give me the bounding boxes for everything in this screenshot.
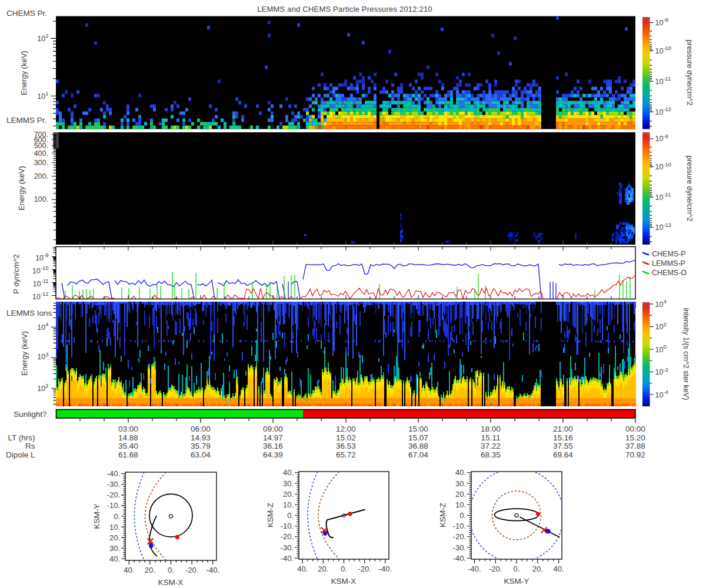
svg-text:68.35: 68.35 — [481, 450, 501, 459]
svg-text:21:00: 21:00 — [553, 425, 573, 433]
svg-text:CHEMS Pr.: CHEMS Pr. — [6, 9, 47, 18]
svg-text:KSM-Y: KSM-Y — [92, 504, 101, 529]
svg-text:LEMMS and CHEMS Particle Press: LEMMS and CHEMS Particle Pressures 2012:… — [257, 5, 432, 14]
svg-text:15.07: 15.07 — [408, 433, 428, 442]
svg-text:70.92: 70.92 — [625, 450, 645, 459]
svg-text:300.: 300. — [34, 159, 48, 167]
svg-text:-40.: -40. — [379, 564, 392, 573]
svg-text:-20.: -20. — [107, 490, 120, 499]
svg-text:15.20: 15.20 — [625, 433, 645, 442]
svg-text:0.: 0. — [114, 512, 120, 521]
svg-text:15.11: 15.11 — [481, 433, 501, 442]
svg-text:CHEMS-O: CHEMS-O — [652, 269, 687, 277]
svg-text:64.39: 64.39 — [263, 450, 283, 459]
svg-text:KSM-Y: KSM-Y — [504, 577, 530, 586]
svg-text:37.55: 37.55 — [553, 442, 573, 450]
svg-text:61.68: 61.68 — [118, 450, 138, 459]
svg-text:20.: 20. — [318, 564, 328, 573]
svg-text:14.97: 14.97 — [263, 433, 283, 442]
svg-text:12:00: 12:00 — [336, 425, 356, 433]
svg-text:40.: 40. — [455, 468, 466, 477]
svg-text:-40.: -40. — [107, 469, 120, 478]
svg-text:0.: 0. — [459, 511, 466, 520]
svg-text:40.: 40. — [297, 564, 308, 573]
svg-text:Energy (keV): Energy (keV) — [17, 166, 26, 211]
svg-text:Sunlight?: Sunlight? — [14, 410, 46, 419]
svg-text:LEMMS-P: LEMMS-P — [652, 259, 685, 268]
svg-text:P dyn/cm^2: P dyn/cm^2 — [12, 254, 21, 293]
svg-text:Dipole L: Dipole L — [6, 450, 35, 459]
svg-text:20.: 20. — [283, 490, 294, 499]
svg-text:09:00: 09:00 — [263, 425, 283, 433]
svg-text:LT (hrs): LT (hrs) — [8, 433, 35, 442]
svg-text:-20.: -20. — [185, 566, 198, 574]
svg-text:KSM-Z: KSM-Z — [438, 503, 447, 527]
svg-text:15.02: 15.02 — [336, 433, 356, 442]
svg-text:15.16: 15.16 — [553, 433, 573, 442]
svg-text:-40.: -40. — [281, 554, 294, 563]
svg-text:20.: 20. — [532, 564, 543, 573]
svg-text:36.16: 36.16 — [263, 442, 283, 450]
svg-text:-10.: -10. — [107, 501, 120, 510]
svg-text:10.: 10. — [455, 500, 466, 509]
svg-text:30.: 30. — [109, 544, 120, 553]
svg-text:37.88: 37.88 — [625, 442, 645, 450]
svg-text:100.: 100. — [34, 195, 48, 203]
svg-text:LEMMS Pr.: LEMMS Pr. — [6, 116, 46, 125]
svg-text:-20.: -20. — [453, 532, 466, 541]
svg-text:-20.: -20. — [281, 532, 294, 541]
svg-text:37.22: 37.22 — [481, 442, 501, 450]
svg-text:LEMMS Ions: LEMMS Ions — [6, 309, 52, 318]
svg-text:40.: 40. — [283, 468, 294, 477]
svg-text:Energy (keV): Energy (keV) — [19, 51, 28, 95]
svg-text:14.88: 14.88 — [118, 433, 138, 442]
svg-text:20.: 20. — [455, 490, 466, 499]
svg-text:-30.: -30. — [453, 543, 466, 552]
svg-text:10.: 10. — [109, 523, 120, 532]
svg-text:Energy (keV): Energy (keV) — [20, 331, 29, 376]
svg-text:03:00: 03:00 — [118, 425, 138, 433]
svg-text:06:00: 06:00 — [191, 425, 211, 433]
svg-text:intensity 1/(s cm^2 ster keV): intensity 1/(s cm^2 ster keV) — [682, 308, 690, 400]
svg-text:0.: 0. — [341, 564, 347, 573]
svg-text:0.: 0. — [168, 566, 174, 574]
svg-text:0.: 0. — [287, 511, 294, 520]
svg-text:20.: 20. — [109, 533, 120, 542]
svg-text:pressure dyne/cm^2: pressure dyne/cm^2 — [685, 39, 694, 105]
svg-text:-20.: -20. — [489, 564, 502, 573]
svg-text:Rs: Rs — [25, 442, 35, 450]
svg-text:36.53: 36.53 — [336, 442, 356, 450]
svg-text:200.: 200. — [34, 172, 48, 181]
svg-text:10.: 10. — [283, 500, 294, 509]
svg-text:15:00: 15:00 — [408, 425, 428, 433]
svg-text:-40.: -40. — [207, 566, 219, 574]
svg-text:40.: 40. — [124, 566, 134, 574]
svg-text:KSM-X: KSM-X — [331, 577, 357, 586]
svg-text:-20.: -20. — [358, 564, 371, 573]
svg-text:CHEMS-P: CHEMS-P — [652, 250, 686, 258]
svg-text:30.: 30. — [455, 479, 466, 488]
svg-text:-30.: -30. — [281, 543, 294, 552]
svg-text:67.04: 67.04 — [408, 450, 428, 459]
svg-text:-10.: -10. — [281, 522, 294, 530]
svg-text:30.: 30. — [283, 479, 294, 488]
svg-text:63.04: 63.04 — [191, 450, 211, 459]
svg-text:-30.: -30. — [107, 480, 120, 489]
svg-text:36.88: 36.88 — [408, 442, 428, 450]
svg-text:65.72: 65.72 — [336, 450, 356, 459]
svg-text:400.: 400. — [34, 149, 48, 158]
svg-text:20.: 20. — [145, 566, 155, 574]
svg-text:40.: 40. — [554, 564, 564, 573]
svg-text:18:00: 18:00 — [481, 425, 501, 433]
svg-text:0.: 0. — [514, 564, 520, 573]
svg-text:-40.: -40. — [468, 564, 481, 573]
svg-text:14.93: 14.93 — [191, 433, 211, 442]
svg-text:KSM-Z: KSM-Z — [266, 503, 275, 527]
svg-text:-40.: -40. — [453, 554, 466, 563]
svg-text:69.64: 69.64 — [553, 450, 573, 459]
svg-text:-10.: -10. — [453, 522, 466, 530]
svg-text:pressure dyne/cm^2: pressure dyne/cm^2 — [685, 155, 694, 221]
svg-text:35.79: 35.79 — [191, 442, 211, 450]
svg-text:35.40: 35.40 — [118, 442, 138, 450]
svg-text:KSM-X: KSM-X — [158, 578, 184, 587]
